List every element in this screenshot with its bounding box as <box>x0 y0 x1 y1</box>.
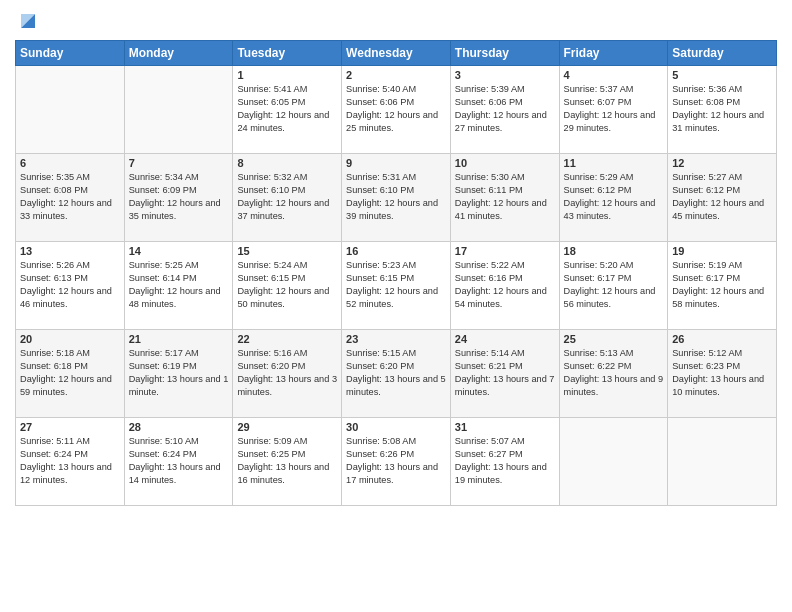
day-number: 13 <box>20 245 120 257</box>
calendar-cell: 9Sunrise: 5:31 AM Sunset: 6:10 PM Daylig… <box>342 154 451 242</box>
calendar-cell: 12Sunrise: 5:27 AM Sunset: 6:12 PM Dayli… <box>668 154 777 242</box>
calendar-cell: 25Sunrise: 5:13 AM Sunset: 6:22 PM Dayli… <box>559 330 668 418</box>
column-header-sunday: Sunday <box>16 41 125 66</box>
day-number: 2 <box>346 69 446 81</box>
day-detail: Sunrise: 5:41 AM Sunset: 6:05 PM Dayligh… <box>237 83 337 135</box>
day-number: 25 <box>564 333 664 345</box>
calendar-cell: 13Sunrise: 5:26 AM Sunset: 6:13 PM Dayli… <box>16 242 125 330</box>
page-header <box>15 10 777 32</box>
calendar-cell: 28Sunrise: 5:10 AM Sunset: 6:24 PM Dayli… <box>124 418 233 506</box>
column-header-monday: Monday <box>124 41 233 66</box>
calendar-week-row: 20Sunrise: 5:18 AM Sunset: 6:18 PM Dayli… <box>16 330 777 418</box>
day-detail: Sunrise: 5:30 AM Sunset: 6:11 PM Dayligh… <box>455 171 555 223</box>
day-number: 7 <box>129 157 229 169</box>
calendar-header-row: SundayMondayTuesdayWednesdayThursdayFrid… <box>16 41 777 66</box>
calendar-cell: 29Sunrise: 5:09 AM Sunset: 6:25 PM Dayli… <box>233 418 342 506</box>
calendar-cell: 23Sunrise: 5:15 AM Sunset: 6:20 PM Dayli… <box>342 330 451 418</box>
day-number: 29 <box>237 421 337 433</box>
day-detail: Sunrise: 5:31 AM Sunset: 6:10 PM Dayligh… <box>346 171 446 223</box>
calendar-cell <box>559 418 668 506</box>
calendar-cell: 8Sunrise: 5:32 AM Sunset: 6:10 PM Daylig… <box>233 154 342 242</box>
day-number: 6 <box>20 157 120 169</box>
calendar-cell: 3Sunrise: 5:39 AM Sunset: 6:06 PM Daylig… <box>450 66 559 154</box>
day-number: 14 <box>129 245 229 257</box>
calendar-cell: 24Sunrise: 5:14 AM Sunset: 6:21 PM Dayli… <box>450 330 559 418</box>
calendar-cell: 18Sunrise: 5:20 AM Sunset: 6:17 PM Dayli… <box>559 242 668 330</box>
day-number: 10 <box>455 157 555 169</box>
calendar-week-row: 1Sunrise: 5:41 AM Sunset: 6:05 PM Daylig… <box>16 66 777 154</box>
day-detail: Sunrise: 5:34 AM Sunset: 6:09 PM Dayligh… <box>129 171 229 223</box>
day-detail: Sunrise: 5:09 AM Sunset: 6:25 PM Dayligh… <box>237 435 337 487</box>
day-detail: Sunrise: 5:11 AM Sunset: 6:24 PM Dayligh… <box>20 435 120 487</box>
day-detail: Sunrise: 5:40 AM Sunset: 6:06 PM Dayligh… <box>346 83 446 135</box>
day-number: 21 <box>129 333 229 345</box>
day-number: 12 <box>672 157 772 169</box>
day-detail: Sunrise: 5:25 AM Sunset: 6:14 PM Dayligh… <box>129 259 229 311</box>
day-detail: Sunrise: 5:22 AM Sunset: 6:16 PM Dayligh… <box>455 259 555 311</box>
day-number: 18 <box>564 245 664 257</box>
calendar-cell: 1Sunrise: 5:41 AM Sunset: 6:05 PM Daylig… <box>233 66 342 154</box>
day-number: 17 <box>455 245 555 257</box>
day-detail: Sunrise: 5:27 AM Sunset: 6:12 PM Dayligh… <box>672 171 772 223</box>
day-number: 4 <box>564 69 664 81</box>
calendar-week-row: 6Sunrise: 5:35 AM Sunset: 6:08 PM Daylig… <box>16 154 777 242</box>
column-header-saturday: Saturday <box>668 41 777 66</box>
day-detail: Sunrise: 5:23 AM Sunset: 6:15 PM Dayligh… <box>346 259 446 311</box>
day-detail: Sunrise: 5:20 AM Sunset: 6:17 PM Dayligh… <box>564 259 664 311</box>
day-detail: Sunrise: 5:39 AM Sunset: 6:06 PM Dayligh… <box>455 83 555 135</box>
calendar-cell: 27Sunrise: 5:11 AM Sunset: 6:24 PM Dayli… <box>16 418 125 506</box>
column-header-wednesday: Wednesday <box>342 41 451 66</box>
day-number: 5 <box>672 69 772 81</box>
day-number: 23 <box>346 333 446 345</box>
calendar-cell: 7Sunrise: 5:34 AM Sunset: 6:09 PM Daylig… <box>124 154 233 242</box>
day-detail: Sunrise: 5:35 AM Sunset: 6:08 PM Dayligh… <box>20 171 120 223</box>
day-number: 1 <box>237 69 337 81</box>
calendar-week-row: 27Sunrise: 5:11 AM Sunset: 6:24 PM Dayli… <box>16 418 777 506</box>
day-detail: Sunrise: 5:14 AM Sunset: 6:21 PM Dayligh… <box>455 347 555 399</box>
column-header-thursday: Thursday <box>450 41 559 66</box>
calendar-cell: 31Sunrise: 5:07 AM Sunset: 6:27 PM Dayli… <box>450 418 559 506</box>
day-number: 30 <box>346 421 446 433</box>
calendar-cell: 21Sunrise: 5:17 AM Sunset: 6:19 PM Dayli… <box>124 330 233 418</box>
day-detail: Sunrise: 5:24 AM Sunset: 6:15 PM Dayligh… <box>237 259 337 311</box>
calendar-cell: 30Sunrise: 5:08 AM Sunset: 6:26 PM Dayli… <box>342 418 451 506</box>
logo-triangle-icon <box>17 10 39 32</box>
day-detail: Sunrise: 5:08 AM Sunset: 6:26 PM Dayligh… <box>346 435 446 487</box>
calendar-cell <box>668 418 777 506</box>
day-number: 27 <box>20 421 120 433</box>
day-detail: Sunrise: 5:19 AM Sunset: 6:17 PM Dayligh… <box>672 259 772 311</box>
day-number: 11 <box>564 157 664 169</box>
column-header-friday: Friday <box>559 41 668 66</box>
day-number: 8 <box>237 157 337 169</box>
day-number: 9 <box>346 157 446 169</box>
calendar-cell: 20Sunrise: 5:18 AM Sunset: 6:18 PM Dayli… <box>16 330 125 418</box>
calendar-cell: 19Sunrise: 5:19 AM Sunset: 6:17 PM Dayli… <box>668 242 777 330</box>
day-detail: Sunrise: 5:36 AM Sunset: 6:08 PM Dayligh… <box>672 83 772 135</box>
calendar-table: SundayMondayTuesdayWednesdayThursdayFrid… <box>15 40 777 506</box>
calendar-cell: 14Sunrise: 5:25 AM Sunset: 6:14 PM Dayli… <box>124 242 233 330</box>
day-detail: Sunrise: 5:18 AM Sunset: 6:18 PM Dayligh… <box>20 347 120 399</box>
day-number: 26 <box>672 333 772 345</box>
day-number: 15 <box>237 245 337 257</box>
day-detail: Sunrise: 5:26 AM Sunset: 6:13 PM Dayligh… <box>20 259 120 311</box>
day-detail: Sunrise: 5:15 AM Sunset: 6:20 PM Dayligh… <box>346 347 446 399</box>
day-detail: Sunrise: 5:13 AM Sunset: 6:22 PM Dayligh… <box>564 347 664 399</box>
day-detail: Sunrise: 5:12 AM Sunset: 6:23 PM Dayligh… <box>672 347 772 399</box>
day-detail: Sunrise: 5:29 AM Sunset: 6:12 PM Dayligh… <box>564 171 664 223</box>
calendar-week-row: 13Sunrise: 5:26 AM Sunset: 6:13 PM Dayli… <box>16 242 777 330</box>
calendar-cell: 10Sunrise: 5:30 AM Sunset: 6:11 PM Dayli… <box>450 154 559 242</box>
day-number: 19 <box>672 245 772 257</box>
logo <box>15 10 39 32</box>
calendar-cell <box>124 66 233 154</box>
day-detail: Sunrise: 5:17 AM Sunset: 6:19 PM Dayligh… <box>129 347 229 399</box>
calendar-cell: 5Sunrise: 5:36 AM Sunset: 6:08 PM Daylig… <box>668 66 777 154</box>
day-detail: Sunrise: 5:07 AM Sunset: 6:27 PM Dayligh… <box>455 435 555 487</box>
calendar-cell: 15Sunrise: 5:24 AM Sunset: 6:15 PM Dayli… <box>233 242 342 330</box>
calendar-cell: 4Sunrise: 5:37 AM Sunset: 6:07 PM Daylig… <box>559 66 668 154</box>
calendar-cell: 17Sunrise: 5:22 AM Sunset: 6:16 PM Dayli… <box>450 242 559 330</box>
day-number: 28 <box>129 421 229 433</box>
day-detail: Sunrise: 5:32 AM Sunset: 6:10 PM Dayligh… <box>237 171 337 223</box>
column-header-tuesday: Tuesday <box>233 41 342 66</box>
day-detail: Sunrise: 5:10 AM Sunset: 6:24 PM Dayligh… <box>129 435 229 487</box>
calendar-cell: 26Sunrise: 5:12 AM Sunset: 6:23 PM Dayli… <box>668 330 777 418</box>
